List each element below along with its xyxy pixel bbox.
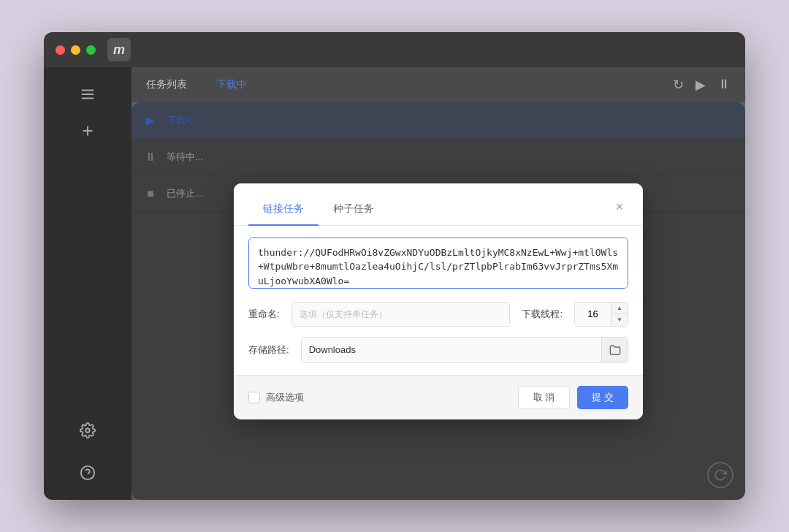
- path-browse-button[interactable]: [601, 338, 628, 362]
- minimize-button[interactable]: [71, 45, 80, 55]
- path-input[interactable]: [302, 338, 601, 362]
- header-actions: ↻ ▶ ⏸: [673, 77, 731, 93]
- modal-tab-torrent[interactable]: 种子任务: [319, 195, 389, 226]
- task-list-area: ▶ 下载中... ⏸ 等待中... ■ 已停止... 当前没有下载任务: [132, 102, 745, 500]
- thread-down-arrow[interactable]: ▼: [611, 314, 628, 326]
- title-bar: m: [44, 32, 745, 67]
- traffic-lights: [56, 45, 96, 55]
- sidebar-item-menu[interactable]: [44, 79, 132, 110]
- url-input[interactable]: [248, 238, 628, 289]
- submit-button[interactable]: 提 交: [577, 386, 628, 409]
- sidebar-item-add[interactable]: [44, 115, 132, 146]
- tab-task-list[interactable]: 任务列表: [146, 78, 187, 91]
- modal-body: 重命名: 下载线程: ▲ ▼: [234, 226, 643, 375]
- cancel-button[interactable]: 取 消: [518, 386, 571, 409]
- thread-up-arrow[interactable]: ▲: [611, 303, 628, 315]
- content-header: 任务列表 下载中 ↻ ▶ ⏸: [132, 67, 745, 102]
- modal-header: 链接任务 种子任务 ×: [234, 183, 643, 226]
- form-row-path: 存储路径:: [248, 337, 628, 363]
- thread-control: ▲ ▼: [574, 302, 628, 327]
- modal-footer: 高级选项 取 消 提 交: [234, 375, 643, 419]
- modal-overlay: 链接任务 种子任务 × 重命名: 下载线程:: [132, 102, 745, 500]
- sidebar-bottom: [80, 415, 96, 488]
- sidebar-nav: [44, 79, 132, 146]
- rename-input[interactable]: [291, 302, 511, 327]
- rename-label: 重命名:: [248, 308, 280, 321]
- thread-input[interactable]: [574, 302, 611, 327]
- sidebar-item-settings[interactable]: [80, 415, 96, 446]
- sidebar: [44, 67, 132, 500]
- content-area: 任务列表 下载中 ↻ ▶ ⏸ ▶ 下载中... ⏸ 等待中...: [132, 67, 745, 500]
- path-label: 存储路径:: [248, 343, 289, 357]
- thread-label: 下载线程:: [522, 308, 563, 321]
- modal-tab-link[interactable]: 链接任务: [248, 195, 319, 226]
- path-input-wrap: [301, 337, 628, 363]
- close-button[interactable]: [56, 45, 65, 55]
- maximize-button[interactable]: [86, 45, 96, 55]
- tab-downloading[interactable]: 下载中: [216, 78, 247, 91]
- pause-icon[interactable]: ⏸: [717, 77, 731, 93]
- advanced-checkbox[interactable]: [248, 392, 260, 403]
- thread-arrows: ▲ ▼: [611, 302, 628, 327]
- main-layout: 任务列表 下载中 ↻ ▶ ⏸ ▶ 下载中... ⏸ 等待中...: [44, 67, 745, 500]
- form-row-rename-thread: 重命名: 下载线程: ▲ ▼: [248, 302, 628, 327]
- app-logo: m: [107, 38, 131, 61]
- sidebar-item-help[interactable]: [80, 457, 96, 488]
- play-icon[interactable]: ▶: [695, 77, 706, 93]
- add-task-modal: 链接任务 种子任务 × 重命名: 下载线程:: [234, 183, 643, 419]
- advanced-label: 高级选项: [266, 391, 304, 404]
- svg-point-5: [85, 428, 90, 433]
- refresh-icon[interactable]: ↻: [673, 77, 684, 93]
- footer-buttons: 取 消 提 交: [518, 386, 628, 409]
- advanced-options-toggle[interactable]: 高级选项: [248, 391, 304, 404]
- close-modal-button[interactable]: ×: [611, 201, 628, 218]
